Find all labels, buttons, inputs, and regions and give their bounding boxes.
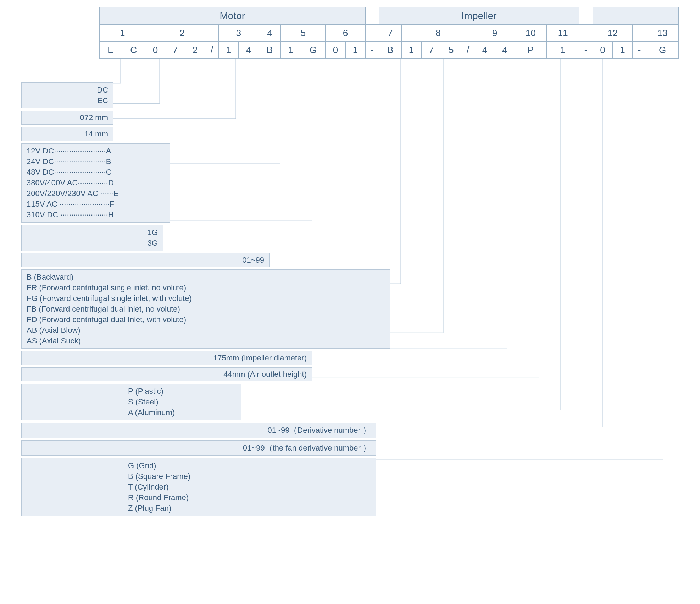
legend-10: P (Plastic) S (Steel) A (Aluminum) (21, 384, 693, 420)
motor-header: Motor (100, 7, 366, 25)
impeller-header: Impeller (379, 7, 579, 25)
legend-11: 01~99（Derivative number ） (21, 423, 693, 438)
legend-6: 01~99 (21, 253, 693, 267)
legend-4: 12V DC························A 24V DC··… (21, 143, 693, 223)
position-row: 1 2 3 4 5 6 7 8 9 10 11 12 13 (100, 25, 679, 42)
legend-5: 1G 3G (21, 225, 693, 251)
watermark: VENTEC (28, 525, 218, 525)
legend-3: 14 mm (21, 127, 693, 141)
code-row: E C 0 7 2 / 1 4 B 1 G 0 1 - B 1 7 5 / 4 … (100, 42, 679, 59)
legend-2: 072 mm (21, 111, 693, 125)
legend-12: 01~99（the fan derivative number ） (21, 440, 693, 456)
legend-13: G (Grid) B (Square Frame) T (Cylinder) R… (21, 458, 693, 516)
legend-7: B (Backward) FR (Forward centrifugal sin… (21, 269, 693, 349)
legend-1: DC EC (21, 82, 693, 108)
legend-8: 175mm (Impeller diameter) (21, 351, 693, 365)
header-row: Motor Impeller (100, 7, 679, 25)
code-table: Motor Impeller 1 2 3 4 5 6 7 8 9 10 11 1… (99, 7, 679, 59)
legend-9: 44mm (Air outlet height) (21, 367, 693, 381)
